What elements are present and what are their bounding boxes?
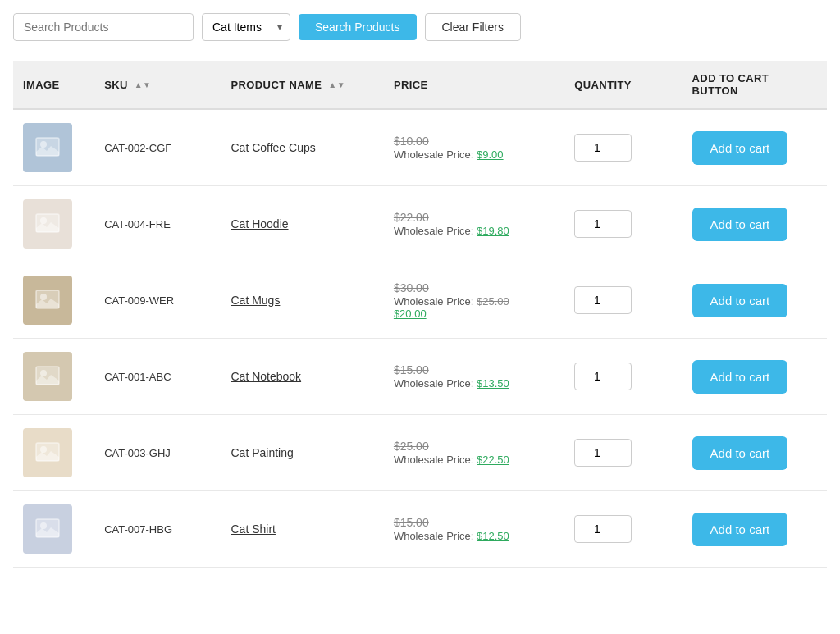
table-row: CAT-001-ABCCat Notebook$15.00Wholesale P… xyxy=(13,339,827,415)
product-name-link[interactable]: Cat Mugs xyxy=(231,294,280,307)
quantity-input[interactable] xyxy=(574,515,632,543)
wholesale-label: Wholesale Price: xyxy=(394,530,477,542)
quantity-input[interactable] xyxy=(574,286,632,314)
col-header-price: PRICE xyxy=(384,61,564,109)
product-price-cell: $22.00Wholesale Price: $19.80 xyxy=(384,186,564,262)
col-header-name[interactable]: PRODUCT NAME ▲▼ xyxy=(221,61,383,109)
product-quantity-cell xyxy=(564,109,682,186)
svg-point-5 xyxy=(40,217,47,224)
product-name-cell: Cat Notebook xyxy=(221,339,383,415)
add-to-cart-button[interactable]: Add to cart xyxy=(692,513,788,546)
product-name-link[interactable]: Cat Notebook xyxy=(231,370,301,383)
svg-point-8 xyxy=(40,294,47,300)
price-original: $25.00 xyxy=(394,440,555,453)
product-image-cell xyxy=(13,415,94,491)
product-table: IMAGE SKU ▲▼ PRODUCT NAME ▲▼ PRICE QUANT… xyxy=(13,61,827,568)
wholesale-label: Wholesale Price: xyxy=(394,454,477,466)
svg-point-11 xyxy=(40,370,47,376)
product-name-link[interactable]: Cat Painting xyxy=(231,446,293,459)
product-image xyxy=(23,504,72,554)
product-name-cell: Cat Painting xyxy=(221,415,383,491)
clear-filters-button[interactable]: Clear Filters xyxy=(425,13,521,41)
product-image-cell xyxy=(13,186,94,262)
product-quantity-cell xyxy=(564,339,682,415)
product-price-cell: $15.00Wholesale Price: $13.50 xyxy=(384,339,564,415)
svg-point-14 xyxy=(40,446,47,453)
product-name-cell: Cat Shirt xyxy=(221,491,383,568)
product-price-cell: $15.00Wholesale Price: $12.50 xyxy=(384,491,564,568)
product-image xyxy=(23,276,72,325)
product-image xyxy=(23,352,72,401)
add-to-cart-button[interactable]: Add to cart xyxy=(692,208,788,241)
col-header-sku[interactable]: SKU ▲▼ xyxy=(94,61,221,109)
add-to-cart-button[interactable]: Add to cart xyxy=(692,436,788,470)
product-name-link[interactable]: Cat Hoodie xyxy=(231,217,288,230)
product-image-cell xyxy=(13,109,94,186)
product-name-cell: Cat Mugs xyxy=(221,262,383,339)
product-quantity-cell xyxy=(564,491,682,568)
product-image-cell xyxy=(13,491,94,568)
product-quantity-cell xyxy=(564,415,682,491)
add-to-cart-button[interactable]: Add to cart xyxy=(692,131,788,165)
quantity-input[interactable] xyxy=(574,439,632,467)
col-header-image: IMAGE xyxy=(13,61,94,109)
table-row: CAT-009-WERCat Mugs$30.00Wholesale Price… xyxy=(13,262,827,339)
wholesale-label: Wholesale Price: xyxy=(394,295,477,308)
wholesale-label: Wholesale Price: xyxy=(394,225,477,237)
category-select-wrapper: Cat Items All Items Dog Items Bird Items… xyxy=(202,13,290,41)
product-name-link[interactable]: Cat Coffee Cups xyxy=(231,141,315,154)
table-row: CAT-002-CGFCat Coffee Cups$10.00Wholesal… xyxy=(13,109,827,186)
search-button[interactable]: Search Products xyxy=(299,14,417,40)
wholesale-price: $12.50 xyxy=(477,530,509,542)
product-image-cell xyxy=(13,262,94,339)
wholesale-price: $9.00 xyxy=(477,148,504,161)
col-header-cart: ADD TO CART BUTTON xyxy=(682,61,827,109)
add-to-cart-cell: Add to cart xyxy=(682,339,827,415)
product-name-link[interactable]: Cat Shirt xyxy=(231,522,275,536)
add-to-cart-cell: Add to cart xyxy=(682,262,827,339)
price-original: $22.00 xyxy=(394,211,555,224)
add-to-cart-cell: Add to cart xyxy=(682,109,827,186)
product-image xyxy=(23,428,72,477)
table-row: CAT-007-HBGCat Shirt$15.00Wholesale Pric… xyxy=(13,491,827,568)
svg-point-17 xyxy=(40,522,47,529)
add-to-cart-cell: Add to cart xyxy=(682,491,827,568)
wholesale-label: Wholesale Price: xyxy=(394,377,477,390)
product-sku: CAT-002-CGF xyxy=(94,109,221,186)
add-to-cart-cell: Add to cart xyxy=(682,415,827,491)
quantity-input[interactable] xyxy=(574,134,632,162)
add-to-cart-cell: Add to cart xyxy=(682,186,827,262)
product-quantity-cell xyxy=(564,262,682,339)
category-select[interactable]: Cat Items All Items Dog Items Bird Items xyxy=(202,13,290,41)
price-original: $30.00 xyxy=(394,281,555,294)
col-header-quantity: QUANTITY xyxy=(564,61,682,109)
product-image-cell xyxy=(13,339,94,415)
name-sort-icon[interactable]: ▲▼ xyxy=(328,81,345,89)
wholesale-price-final: $20.00 xyxy=(394,308,555,320)
table-row: CAT-004-FRECat Hoodie$22.00Wholesale Pri… xyxy=(13,186,827,262)
wholesale-price: $13.50 xyxy=(477,377,509,390)
product-price-cell: $25.00Wholesale Price: $22.50 xyxy=(384,415,564,491)
product-sku: CAT-009-WER xyxy=(94,262,221,339)
product-quantity-cell xyxy=(564,186,682,262)
quantity-input[interactable] xyxy=(574,363,632,390)
product-price-cell: $10.00Wholesale Price: $9.00 xyxy=(384,109,564,186)
table-header-row: IMAGE SKU ▲▼ PRODUCT NAME ▲▼ PRICE QUANT… xyxy=(13,61,827,109)
product-sku: CAT-003-GHJ xyxy=(94,415,221,491)
price-original: $15.00 xyxy=(394,363,555,376)
wholesale-price-strikethrough: $25.00 xyxy=(477,295,509,308)
price-original: $10.00 xyxy=(394,135,555,148)
wholesale-price: $22.50 xyxy=(477,454,509,466)
product-image xyxy=(23,123,72,172)
add-to-cart-button[interactable]: Add to cart xyxy=(692,284,788,317)
product-price-cell: $30.00Wholesale Price: $25.00$20.00 xyxy=(384,262,564,339)
search-input[interactable] xyxy=(13,13,194,41)
svg-point-2 xyxy=(40,141,47,148)
table-row: CAT-003-GHJCat Painting$25.00Wholesale P… xyxy=(13,415,827,491)
add-to-cart-button[interactable]: Add to cart xyxy=(692,360,788,394)
quantity-input[interactable] xyxy=(574,210,632,238)
sku-sort-icon[interactable]: ▲▼ xyxy=(135,81,152,89)
product-sku: CAT-007-HBG xyxy=(94,491,221,568)
wholesale-price: $19.80 xyxy=(477,225,509,237)
price-original: $15.00 xyxy=(394,516,555,529)
